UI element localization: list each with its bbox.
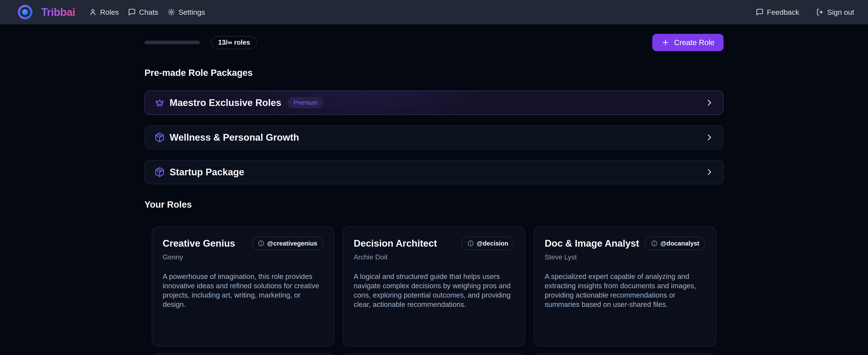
role-description: A specialized expert capable of analyzin…	[545, 272, 705, 309]
package-title: Wellness & Personal Growth	[169, 132, 299, 143]
role-title: Creative Genius	[163, 237, 235, 249]
role-card-partial[interactable]	[343, 353, 525, 355]
role-card-doc-image-analyst[interactable]: Doc & Image Analyst @docanalyst Steve Ly…	[534, 226, 716, 347]
chevron-right-icon[interactable]	[705, 133, 714, 142]
plus-icon	[661, 38, 670, 47]
package-row-maestro[interactable]: Maestro Exclusive Roles Premium	[145, 91, 723, 115]
roles-progress-bar	[145, 41, 200, 44]
role-subtitle: Genny	[163, 253, 323, 261]
gear-icon	[167, 8, 175, 16]
roles-count-badge: 13/∞ roles	[211, 36, 257, 49]
chevron-right-icon[interactable]	[705, 98, 714, 107]
role-handle-badge[interactable]: @docanalyst	[645, 237, 705, 250]
nav-label: Settings	[179, 8, 205, 17]
package-title: Maestro Exclusive Roles	[169, 97, 281, 108]
role-subtitle: Archie Doit	[354, 253, 514, 261]
your-roles-grid: Creative Genius @creativegenius Genny A …	[152, 226, 716, 355]
nav-item-settings[interactable]: Settings	[167, 8, 205, 17]
feedback-button[interactable]: Feedback	[756, 8, 799, 17]
tribbai-logo-icon	[14, 1, 36, 23]
chevron-right-icon[interactable]	[705, 168, 714, 176]
role-card-partial[interactable]	[152, 353, 334, 355]
role-card-decision-architect[interactable]: Decision Architect @decision Archie Doit…	[343, 226, 525, 347]
sign-out-button[interactable]: Sign out	[816, 8, 854, 17]
role-description: A powerhouse of imagination, this role p…	[163, 272, 323, 309]
info-icon	[651, 240, 657, 247]
role-handle-badge[interactable]: @decision	[461, 237, 514, 250]
role-card-creative-genius[interactable]: Creative Genius @creativegenius Genny A …	[152, 226, 334, 347]
create-role-label: Create Role	[674, 38, 714, 47]
nav-label: Chats	[139, 8, 158, 17]
nav-label: Roles	[100, 8, 119, 17]
your-roles-grid-wrap: Creative Genius @creativegenius Genny A …	[145, 226, 723, 355]
crown-icon	[154, 97, 165, 108]
package-icon	[154, 167, 165, 177]
main-nav: Roles Chats	[89, 8, 205, 17]
nav-item-chats[interactable]: Chats	[128, 8, 158, 17]
role-handle: @creativegenius	[267, 240, 317, 247]
header-right: Feedback Sign out	[756, 8, 854, 17]
sign-out-icon	[816, 8, 824, 16]
user-icon	[89, 8, 97, 16]
premium-badge: Premium	[287, 97, 324, 108]
role-handle-badge[interactable]: @creativegenius	[252, 237, 323, 250]
nav-item-roles[interactable]: Roles	[89, 8, 119, 17]
roles-toolbar: 13/∞ roles Create Role	[145, 34, 723, 51]
brand[interactable]: Tribbai	[14, 1, 75, 23]
role-description: A logical and structured guide that help…	[354, 272, 514, 309]
role-card-partial[interactable]	[534, 353, 716, 355]
info-icon	[258, 240, 265, 247]
package-title: Startup Package	[169, 167, 244, 177]
card-head: Creative Genius @creativegenius	[163, 237, 323, 250]
create-role-button[interactable]: Create Role	[652, 34, 723, 51]
role-title: Doc & Image Analyst	[545, 237, 639, 249]
package-icon	[154, 132, 165, 143]
role-subtitle: Steve Lyst	[545, 253, 705, 261]
chat-icon	[128, 8, 136, 16]
top-nav-bar: Tribbai Roles Chats	[0, 0, 868, 24]
your-roles-section-heading: Your Roles	[145, 199, 723, 210]
role-handle: @docanalyst	[660, 240, 699, 247]
nav-label: Sign out	[827, 8, 854, 17]
info-icon	[467, 240, 474, 247]
package-row-startup[interactable]: Startup Package	[145, 160, 723, 184]
brand-name: Tribbai	[41, 6, 75, 19]
chat-icon	[756, 8, 764, 16]
main-content: 13/∞ roles Create Role Pre-made Role Pac…	[145, 34, 723, 355]
package-row-wellness[interactable]: Wellness & Personal Growth	[145, 125, 723, 150]
card-head: Decision Architect @decision	[354, 237, 514, 250]
nav-label: Feedback	[767, 8, 799, 17]
card-head: Doc & Image Analyst @docanalyst	[545, 237, 705, 250]
role-title: Decision Architect	[354, 237, 437, 249]
packages-section-heading: Pre-made Role Packages	[145, 68, 723, 78]
role-handle: @decision	[477, 240, 508, 247]
